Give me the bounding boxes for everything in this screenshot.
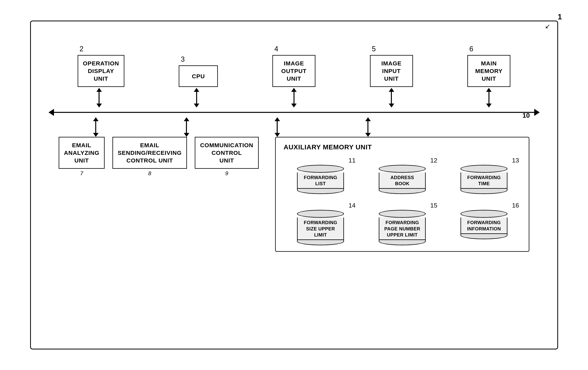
top-blocks-row: 2 OPERATIONDISPLAYUNIT 3 CPU 4 IMAGEOUTP…	[43, 45, 546, 87]
db-ref-11: 11	[349, 157, 356, 164]
db-forwarding-size-item: 14 FORWARDINGSIZE UPPERLIMIT	[284, 202, 357, 245]
comm-control-container: COMMUNICATIONCONTROLUNIT 9	[195, 137, 259, 177]
image-output-connector	[291, 88, 297, 108]
db-top-14	[297, 210, 344, 218]
op-display-container: 2 OPERATIONDISPLAYUNIT	[78, 45, 124, 87]
ref-6: 6	[469, 45, 473, 53]
bus-arrow-left	[49, 109, 54, 116]
bottom-left-group: EMAILANALYZINGUNIT 7 EMAILSENDING/RECEIV…	[59, 137, 259, 177]
ref-5: 5	[372, 45, 376, 53]
cpu-connector	[194, 88, 199, 108]
db-body-14: FORWARDINGSIZE UPPERLIMIT	[297, 218, 344, 240]
email-analyzing-container: EMAILANALYZINGUNIT 7	[59, 137, 105, 177]
ref-8-row: 8	[148, 170, 151, 177]
db-body-12: ADDRESSBOOK	[379, 173, 426, 188]
db-bottom-11	[297, 188, 344, 194]
op-display-unit: OPERATIONDISPLAYUNIT	[78, 55, 124, 87]
db-ref-13: 13	[512, 157, 519, 164]
db-ref-16: 16	[512, 202, 519, 209]
main-diagram-box: 2 OPERATIONDISPLAYUNIT 3 CPU 4 IMAGEOUTP…	[30, 21, 558, 349]
db-address-book-cylinder: ADDRESSBOOK	[379, 165, 426, 194]
db-forwarding-info-item: 16 FORWARDINGINFORMATION	[447, 202, 521, 245]
db-forwarding-list-item: 11 FORWARDINGLIST	[284, 157, 357, 194]
cpu-lower-connector	[184, 117, 189, 137]
ref-7-row: 7	[80, 170, 83, 177]
bottom-blocks-row: EMAILANALYZINGUNIT 7 EMAILSENDING/RECEIV…	[43, 137, 546, 252]
mid-connectors	[43, 88, 546, 108]
db-forwarding-page-item: 15 FORWARDINGPAGE NUMBERUPPER LIMIT	[365, 202, 439, 245]
cpu-unit: CPU	[179, 65, 218, 87]
bus-line	[51, 112, 538, 113]
ref-4: 4	[274, 45, 278, 53]
db-ref-12: 12	[430, 157, 437, 164]
db-bottom-12	[379, 188, 426, 194]
db-bottom-16	[461, 233, 507, 239]
db-top-13	[461, 165, 507, 173]
lower-connectors	[43, 117, 546, 137]
spacer	[456, 117, 495, 137]
db-bottom-14	[297, 239, 344, 245]
image-output-unit: IMAGEOUTPUTUNIT	[273, 55, 315, 87]
db-ref-15: 15	[430, 202, 437, 209]
db-body-16: FORWARDINGINFORMATION	[461, 218, 507, 234]
op-display-lower-connector	[93, 117, 99, 137]
db-forwarding-list-cylinder: FORWARDINGLIST	[297, 165, 344, 194]
diagram: 2 OPERATIONDISPLAYUNIT 3 CPU 4 IMAGEOUTP…	[43, 33, 546, 337]
db-bottom-13	[461, 188, 507, 194]
ref-9-row: 9	[225, 170, 228, 177]
op-display-connector	[96, 88, 102, 108]
db-body-11: FORWARDINGLIST	[297, 173, 344, 188]
email-sending-container: EMAILSENDING/RECEIVINGCONTROL UNIT 8	[112, 137, 187, 177]
db-forwarding-page-cylinder: FORWARDINGPAGE NUMBERUPPER LIMIT	[379, 210, 426, 245]
db-top-12	[379, 165, 426, 173]
db-ref-14: 14	[349, 202, 356, 209]
image-output-container: 4 IMAGEOUTPUTUNIT	[273, 45, 315, 87]
cpu-container: 3 CPU	[179, 55, 218, 87]
db-forwarding-time-item: 13 FORWARDINGTIME	[447, 157, 521, 194]
main-memory-container: 6 MAINMEMORYUNIT	[467, 45, 510, 87]
image-input-unit: IMAGEINPUTUNIT	[370, 55, 413, 87]
db-top-15	[379, 210, 426, 218]
db-body-13: FORWARDINGTIME	[461, 173, 507, 188]
main-memory-connector	[486, 88, 492, 108]
db-grid: 11 FORWARDINGLIST 12	[284, 157, 521, 245]
db-forwarding-time-cylinder: FORWARDINGTIME	[461, 165, 507, 194]
db-top-11	[297, 165, 344, 173]
outer-wrapper: 1 ↙ 2 OPERATIONDISPLAYUNIT 3 CPU 4 IMAG	[10, 11, 578, 359]
ref-7: 7	[80, 170, 83, 177]
ref-8: 8	[148, 170, 151, 177]
email-analyzing-unit: EMAILANALYZINGUNIT	[59, 137, 105, 169]
db-body-15: FORWARDINGPAGE NUMBERUPPER LIMIT	[379, 218, 426, 240]
comm-control-unit: COMMUNICATIONCONTROLUNIT	[195, 137, 259, 169]
email-sending-unit: EMAILSENDING/RECEIVINGCONTROL UNIT	[112, 137, 187, 169]
comm-lower-connector	[274, 117, 280, 137]
aux-lower-connector	[365, 117, 371, 137]
db-forwarding-size-cylinder: FORWARDINGSIZE UPPERLIMIT	[297, 210, 344, 245]
image-input-container: 5 IMAGEINPUTUNIT	[370, 45, 413, 87]
bus-arrow-right	[534, 109, 540, 116]
ref-1-label: 1	[558, 13, 562, 21]
aux-memory-box: AUXILIARY MEMORY UNIT 11 FORWARDINGLIST	[275, 137, 529, 252]
db-top-16	[461, 210, 507, 218]
ref-2: 2	[80, 45, 84, 53]
main-memory-unit: MAINMEMORYUNIT	[467, 55, 510, 87]
bus-row: 10	[43, 108, 546, 117]
db-bottom-15	[379, 239, 426, 245]
db-forwarding-info-cylinder: FORWARDINGINFORMATION	[461, 210, 507, 239]
aux-memory-title: AUXILIARY MEMORY UNIT	[284, 143, 521, 151]
ref-9: 9	[225, 170, 228, 177]
db-address-book-item: 12 ADDRESSBOOK	[365, 157, 439, 194]
image-input-connector	[389, 88, 394, 108]
ref-3: 3	[181, 55, 185, 64]
